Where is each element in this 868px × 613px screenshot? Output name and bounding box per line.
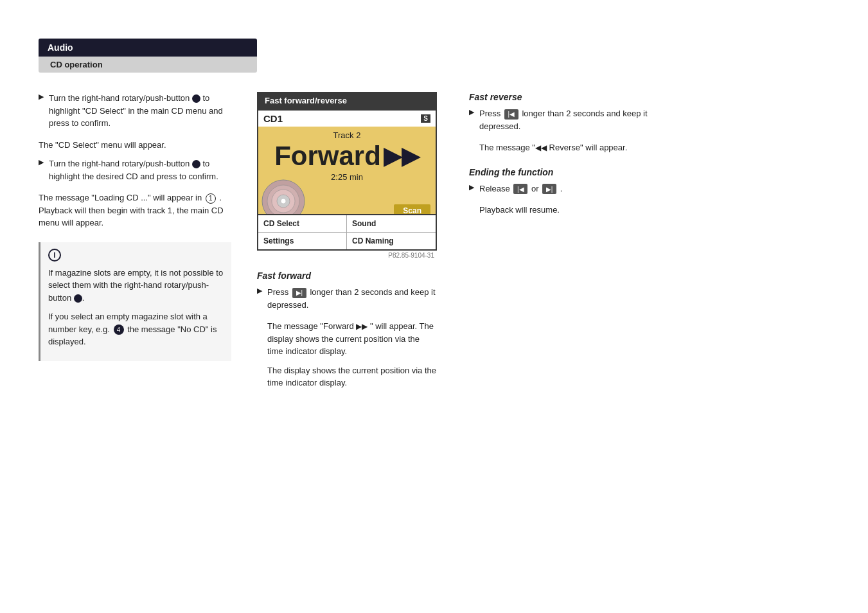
ff-section-title: Fast forward [257, 271, 437, 281]
cd-operation-label: CD operation [50, 60, 103, 69]
settings-label[interactable]: Settings [258, 233, 347, 249]
cd-naming-label[interactable]: CD Naming [347, 233, 436, 249]
cd-label: CD1 [263, 113, 283, 124]
cd-s-badge: S [421, 114, 430, 123]
note-2: The message "Loading CD ..." will appear… [39, 191, 231, 229]
or-text: or [531, 184, 539, 193]
ending-bullet-arrow: ▶ [469, 183, 474, 191]
bullet2-text: Turn the right-hand rotary/push-button [49, 159, 190, 168]
cd-forward-display: Forward ▶▶ [258, 140, 436, 172]
bullet-arrow-1: ▶ [39, 93, 44, 101]
ff-section: Fast forward ▶ Press ▶| longer than 2 se… [257, 271, 437, 389]
info-icon: i [48, 249, 61, 262]
track-label: Track 2 [333, 130, 361, 140]
circle-icon-2 [192, 160, 200, 168]
ff-title: Fast forward/reverse [265, 96, 347, 105]
ff-bullet-text: Press ▶| longer than 2 seconds and keep … [267, 286, 437, 311]
audio-title: Audio [39, 39, 257, 57]
cd-track: Track 2 [258, 127, 436, 140]
fr-bullet-text: Press |◀ longer than 2 seconds and keep … [479, 107, 662, 132]
note1-text: The "CD Select" menu will appear. [39, 140, 166, 150]
ff-note1: The message "Forward [267, 321, 354, 331]
right-column: Fast reverse ▶ Press |◀ longer than 2 se… [469, 92, 662, 396]
ff-note2: The display shows the current position v… [267, 364, 437, 389]
ending-note-text: Playback will resume. [479, 205, 560, 215]
fr-note: The message "◀◀ Reverse" will appear. [479, 141, 662, 154]
ending-period: . [560, 184, 563, 193]
ff-note: The message "Forward ▶▶ " will appear. T… [267, 320, 437, 358]
settings-text: Settings [263, 236, 294, 245]
bullet-item-1: ▶ Turn the right-hand rotary/push-button… [39, 92, 231, 130]
circle-icon-3 [74, 294, 82, 303]
bullet1-text: Turn the right-hand rotary/push-button [49, 93, 190, 103]
part-number: P82.85-9104-31 [257, 251, 437, 260]
bullet-text-1: Turn the right-hand rotary/push-button t… [49, 92, 231, 130]
fr-bullet: ▶ Press |◀ longer than 2 seconds and kee… [469, 107, 662, 132]
fast-reverse-title-text: Fast reverse [469, 92, 522, 102]
bullet-text-2: Turn the right-hand rotary/push-button t… [49, 157, 231, 182]
cd-select-label[interactable]: CD Select [258, 215, 347, 233]
cd-naming-text: CD Naming [352, 236, 394, 245]
btn-icon-next: ▶| [542, 184, 556, 194]
forward-arrows: ▶▶ [384, 145, 420, 168]
fr-press-text: Press [479, 109, 500, 118]
cd-operation-bar: CD operation [39, 57, 257, 73]
note-1: The "CD Select" menu will appear. [39, 139, 231, 152]
left-column: ▶ Turn the right-hand rotary/push-button… [39, 92, 231, 396]
ff-btn-icon: ▶| [292, 288, 306, 298]
fr-bullet-arrow: ▶ [469, 108, 474, 116]
page-container: Audio CD operation ▶ Turn the right-hand… [0, 39, 868, 613]
part-number-text: P82.85-9104-31 [388, 252, 434, 259]
cd-bottom-bar: CD Select Sound Settings CD Naming [258, 214, 436, 249]
ending-bullet: ▶ Release |◀ or ▶| . [469, 182, 662, 195]
info-text-2: If you select an empty magazine slot wit… [48, 310, 224, 348]
main-content: ▶ Turn the right-hand rotary/push-button… [39, 92, 868, 396]
ff-label-bar: Fast forward/reverse [257, 92, 437, 109]
num-circle-1: 1 [206, 193, 216, 204]
ff-title-text: Fast forward [257, 271, 311, 281]
release-text: Release [479, 184, 510, 193]
fr-btn-icon: |◀ [504, 109, 518, 120]
audio-label: Audio [48, 42, 73, 53]
info-box: i If magazine slots are empty, it is not… [39, 242, 231, 361]
fast-reverse-title: Fast reverse [469, 92, 662, 102]
ending-note: Playback will resume. [479, 204, 662, 217]
circle-icon-1 [192, 94, 200, 103]
sound-text: Sound [352, 219, 376, 228]
forward-label: Forward [274, 143, 381, 170]
time-label: 2:25 min [331, 172, 363, 182]
info-text-1: If magazine slots are empty, it is not p… [48, 267, 224, 305]
cd-top-bar: CD1 S [258, 111, 436, 127]
ff-press-text: Press [267, 287, 288, 297]
ending-title: Ending the function [469, 167, 662, 177]
cd-select-text: CD Select [263, 219, 299, 228]
ending-title-text: Ending the function [469, 167, 553, 177]
ff-bullet-arrow: ▶ [257, 287, 262, 295]
sound-label[interactable]: Sound [347, 215, 436, 233]
ending-bullet-text: Release |◀ or ▶| . [479, 182, 562, 195]
cd-display: CD1 S Track 2 Forward ▶▶ 2:25 min [257, 109, 437, 251]
ff-bullet: ▶ Press ▶| longer than 2 seconds and kee… [257, 286, 437, 311]
bullet-item-2: ▶ Turn the right-hand rotary/push-button… [39, 157, 231, 182]
note2-text: The message "Loading CD ..." will appear… [39, 193, 202, 202]
num-badge-4: 4 [114, 324, 124, 335]
header-section: Audio CD operation [39, 39, 257, 73]
middle-column: Fast forward/reverse CD1 S Track 2 Forwa… [257, 92, 437, 396]
bullet-arrow-2: ▶ [39, 158, 44, 166]
btn-icon-prev: |◀ [513, 184, 527, 194]
svg-point-4 [281, 199, 286, 204]
info-icon-label: i [53, 251, 55, 260]
